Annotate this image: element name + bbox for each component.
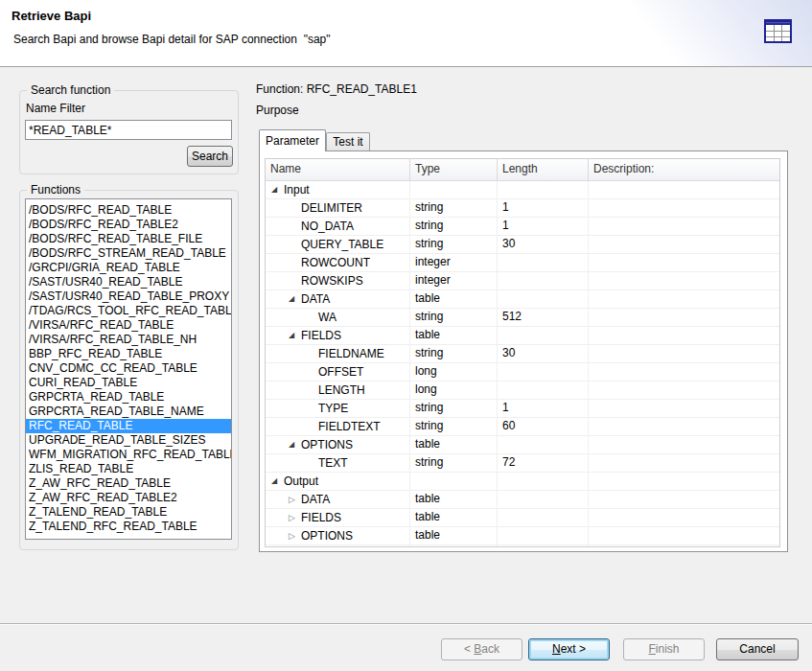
function-list-item[interactable]: GRPCRTA_READ_TABLE — [26, 390, 231, 405]
function-list-item[interactable]: GRPCRTA_READ_TABLE_NAME — [26, 405, 231, 419]
function-list-item[interactable]: Z_AW_RFC_READ_TABLE — [26, 476, 231, 491]
parameter-row[interactable]: NO_DATAstring1 — [266, 218, 779, 236]
parameter-row[interactable]: ◢Input — [266, 181, 779, 199]
parameter-type: string — [410, 236, 498, 253]
parameter-name: QUERY_TABLE — [301, 237, 383, 253]
function-list-item[interactable]: Z_TALEND_READ_TABLE — [26, 505, 231, 520]
cancel-button[interactable]: Cancel — [716, 638, 799, 660]
column-header[interactable]: Description: — [589, 159, 779, 180]
parameter-length — [498, 327, 589, 344]
function-list-item[interactable]: CURI_READ_TABLE — [26, 376, 231, 390]
parameter-row[interactable]: ▷DATAtable — [266, 491, 779, 509]
parameter-type: string — [410, 418, 498, 435]
name-filter-label: Name Filter — [26, 102, 85, 115]
parameter-description — [589, 327, 779, 344]
expand-icon[interactable]: ◢ — [289, 332, 301, 339]
parameter-name: TEXT — [318, 455, 348, 472]
function-list-item[interactable]: /SAST/USR40_READ_TABLE — [26, 275, 231, 289]
parameter-row[interactable]: LENGTHlong — [266, 382, 779, 400]
function-list-item[interactable]: /BODS/RFC_READ_TABLE — [26, 203, 231, 218]
parameter-description — [589, 509, 779, 526]
function-list-item[interactable]: /VIRSA/RFC_READ_TABLE — [26, 318, 231, 333]
function-list-item[interactable]: Z_AW_RFC_READ_TABLE2 — [26, 491, 231, 505]
parameter-description — [589, 199, 779, 217]
parameter-length: 72 — [498, 454, 589, 472]
column-header[interactable]: Length — [498, 159, 589, 180]
parameter-row[interactable]: DELIMITERstring1 — [266, 199, 779, 218]
parameter-name: DATA — [301, 492, 330, 508]
parameter-tab-panel: NameTypeLengthDescription: ◢InputDELIMIT… — [259, 150, 788, 552]
parameter-type: long — [410, 382, 498, 399]
parameter-row[interactable]: ▷OPTIONStable — [266, 527, 779, 545]
parameter-row[interactable]: TYPEstring1 — [266, 400, 779, 418]
parameter-name: WA — [318, 310, 336, 326]
parameter-row[interactable]: OFFSETlong — [266, 363, 779, 382]
parameter-name: FIELDS — [301, 510, 341, 526]
parameter-length — [498, 290, 589, 308]
back-button[interactable]: < Back — [441, 638, 522, 660]
parameter-name: OFFSET — [318, 364, 363, 381]
parameter-row[interactable]: ▷FIELDStable — [266, 509, 779, 527]
parameter-row[interactable]: TEXTstring72 — [266, 454, 779, 473]
parameter-row[interactable]: FIELDTEXTstring60 — [266, 418, 779, 436]
parameter-length: 30 — [498, 236, 589, 253]
parameter-type: table — [410, 509, 498, 526]
function-list-item[interactable]: RFC_READ_TABLE — [26, 419, 231, 433]
parameter-length: 512 — [498, 309, 589, 326]
function-list-item[interactable]: /BODS/RFC_READ_TABLE2 — [26, 218, 231, 232]
collapse-icon[interactable]: ▷ — [289, 514, 301, 521]
name-filter-input[interactable] — [25, 120, 232, 140]
parameter-length: 1 — [498, 218, 589, 235]
tab-parameter[interactable]: Parameter — [259, 129, 326, 151]
function-list-item[interactable]: ZLIS_READ_TABLE — [26, 462, 231, 476]
collapse-icon[interactable]: ▷ — [289, 496, 301, 503]
parameter-row[interactable]: ◢OPTIONStable — [266, 436, 779, 454]
tab-test-it[interactable]: Test it — [326, 132, 370, 150]
function-list-item[interactable]: /TDAG/RCS_TOOL_RFC_READ_TABLE — [26, 304, 231, 318]
parameter-row[interactable]: QUERY_TABLEstring30 — [266, 236, 779, 254]
function-list-item[interactable]: CNV_CDMC_CC_READ_TABLE — [26, 361, 231, 376]
parameter-description — [589, 436, 779, 453]
parameter-description — [589, 418, 779, 435]
function-list-item[interactable]: UPGRADE_READ_TABLE_SIZES — [26, 433, 231, 448]
parameter-length — [498, 509, 589, 526]
function-list-item[interactable]: BBP_RFC_READ_TABLE — [26, 347, 231, 361]
parameter-length — [498, 363, 589, 381]
functions-list[interactable]: /BODS/RFC_READ_TABLE/BODS/RFC_READ_TABLE… — [25, 198, 232, 540]
function-list-item[interactable]: /SAST/USR40_READ_TABLE_PROXY — [26, 289, 231, 304]
column-header[interactable]: Type — [410, 159, 498, 180]
parameter-description — [589, 290, 779, 308]
expand-icon[interactable]: ◢ — [271, 477, 284, 485]
parameter-length — [498, 491, 589, 508]
parameter-type: table — [410, 327, 498, 344]
function-list-item[interactable]: /BODS/RFC_STREAM_READ_TABLE — [26, 246, 231, 261]
parameter-row[interactable]: WAstring512 — [266, 309, 779, 327]
search-button[interactable]: Search — [187, 146, 233, 167]
parameter-type: table — [410, 436, 498, 453]
parameter-type: string — [410, 454, 498, 472]
parameter-row[interactable]: ◢DATAtable — [266, 290, 779, 309]
function-list-item[interactable]: Z_TALEND_RFC_READ_TABLE — [26, 520, 231, 534]
parameter-row[interactable]: FIELDNAMEstring30 — [266, 345, 779, 363]
column-header[interactable]: Name — [266, 159, 410, 180]
next-button[interactable]: Next > — [528, 638, 610, 660]
expand-icon[interactable]: ◢ — [271, 186, 284, 194]
parameter-name: ROWCOUNT — [301, 255, 370, 271]
function-list-item[interactable]: WFM_MIGRATION_RFC_READ_TABLE — [26, 448, 231, 462]
parameter-row[interactable]: ROWCOUNTinteger — [266, 254, 779, 272]
finish-button[interactable]: Finish — [623, 638, 705, 660]
parameter-row[interactable]: ROWSKIPSinteger — [266, 272, 779, 290]
function-list-item[interactable]: /BODS/RFC_READ_TABLE_FILE — [26, 232, 231, 246]
page-subtitle: Search Bapi and browse Bapi detail for S… — [13, 33, 331, 46]
expand-icon[interactable]: ◢ — [289, 441, 301, 449]
function-list-item[interactable]: /VIRSA/RFC_READ_TABLE_NH — [26, 333, 231, 347]
parameter-row[interactable]: ◢FIELDStable — [266, 327, 779, 345]
expand-icon[interactable]: ◢ — [289, 295, 301, 303]
parameter-row[interactable]: ◢Output — [266, 473, 779, 491]
parameter-description — [589, 400, 779, 417]
parameter-table-header: NameTypeLengthDescription: — [266, 159, 779, 181]
parameter-type: string — [410, 345, 498, 362]
function-list-item[interactable]: /GRCPI/GRIA_READ_TABLE — [26, 261, 231, 275]
footer-separator-highlight — [0, 624, 812, 625]
collapse-icon[interactable]: ▷ — [289, 532, 301, 540]
